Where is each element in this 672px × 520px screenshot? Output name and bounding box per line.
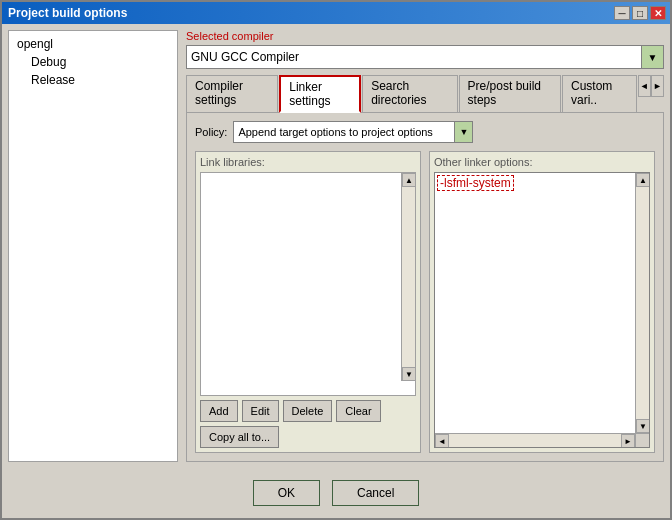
main-window: Project build options ─ □ ✕ opengl Debug…: [0, 0, 672, 520]
tab-search-directories[interactable]: Search directories: [362, 75, 457, 112]
scroll-up-button[interactable]: ▲: [402, 173, 416, 187]
sidebar-item-label: Release: [31, 73, 75, 87]
options-scroll-left-button[interactable]: ◄: [435, 434, 449, 448]
options-scroll-track: [636, 187, 649, 419]
policy-dropdown-button[interactable]: ▼: [454, 122, 472, 142]
panels-row: Link libraries: ▲ ▼ Add Edit Delete: [195, 151, 655, 453]
compiler-dropdown-button[interactable]: ▼: [641, 46, 663, 68]
sidebar-item-label: Debug: [31, 55, 66, 69]
edit-button[interactable]: Edit: [242, 400, 279, 422]
sidebar-item-release[interactable]: Release: [13, 71, 173, 89]
scroll-track: [402, 187, 415, 367]
selected-compiler-label: Selected compiler: [186, 30, 664, 42]
other-options-label: Other linker options:: [434, 156, 650, 168]
sidebar-item-opengl[interactable]: opengl: [13, 35, 173, 53]
options-scrollbar-h: ◄ ►: [435, 433, 635, 447]
options-textbox-inner: -lsfml-system: [437, 175, 647, 445]
other-options-textbox[interactable]: -lsfml-system ▲ ▼ ◄ ►: [434, 172, 650, 448]
policy-label: Policy:: [195, 126, 227, 138]
tab-linker-settings[interactable]: Linker settings: [279, 75, 361, 113]
window-body: opengl Debug Release Selected compiler ▼: [2, 24, 670, 468]
copy-all-button[interactable]: Copy all to...: [200, 426, 279, 448]
title-bar: Project build options ─ □ ✕: [2, 2, 670, 24]
options-scrollbar-v: ▲ ▼: [635, 173, 649, 433]
policy-row: Policy: Append target options to project…: [195, 121, 655, 143]
tab-prev-button[interactable]: ◄: [638, 75, 651, 97]
sidebar: opengl Debug Release: [8, 30, 178, 462]
options-scroll-right-button[interactable]: ►: [621, 434, 635, 448]
tab-content: Policy: Append target options to project…: [186, 113, 664, 462]
delete-button[interactable]: Delete: [283, 400, 333, 422]
other-options-panel: Other linker options: -lsfml-system ▲ ▼: [429, 151, 655, 453]
sidebar-item-label: opengl: [17, 37, 53, 51]
link-libraries-label: Link libraries:: [200, 156, 416, 168]
maximize-button[interactable]: □: [632, 6, 648, 20]
compiler-row: ▼: [186, 45, 664, 69]
tab-compiler-settings[interactable]: Compiler settings: [186, 75, 278, 112]
add-button[interactable]: Add: [200, 400, 238, 422]
options-scroll-up-button[interactable]: ▲: [636, 173, 650, 187]
title-bar-buttons: ─ □ ✕: [614, 6, 666, 20]
tab-prepost-build[interactable]: Pre/post build steps: [459, 75, 561, 112]
copy-all-row: Copy all to...: [200, 426, 416, 448]
policy-select[interactable]: Append target options to project options: [234, 122, 454, 142]
tab-custom-vari[interactable]: Custom vari..: [562, 75, 637, 112]
policy-select-wrap: Append target options to project options…: [233, 121, 473, 143]
sidebar-item-debug[interactable]: Debug: [13, 53, 173, 71]
options-scroll-down-button[interactable]: ▼: [636, 419, 650, 433]
footer: OK Cancel: [2, 468, 670, 518]
close-button[interactable]: ✕: [650, 6, 666, 20]
window-title: Project build options: [6, 6, 127, 20]
tab-next-button[interactable]: ►: [651, 75, 664, 97]
options-scroll-h-track: [449, 434, 621, 447]
panel-buttons: Add Edit Delete Clear: [200, 400, 416, 422]
compiler-select[interactable]: [187, 46, 641, 68]
cancel-button[interactable]: Cancel: [332, 480, 419, 506]
minimize-button[interactable]: ─: [614, 6, 630, 20]
tabs-row: Compiler settings Linker settings Search…: [186, 75, 664, 113]
ok-button[interactable]: OK: [253, 480, 320, 506]
scrollbar-corner: [635, 433, 649, 447]
link-libraries-scrollbar-v: ▲ ▼: [401, 173, 415, 381]
options-value: -lsfml-system: [437, 175, 514, 191]
main-panel: Selected compiler ▼ Compiler settings Li…: [178, 30, 664, 462]
link-libraries-listbox[interactable]: ▲ ▼: [200, 172, 416, 396]
scroll-down-button[interactable]: ▼: [402, 367, 416, 381]
compiler-select-wrap: ▼: [186, 45, 664, 69]
clear-button[interactable]: Clear: [336, 400, 380, 422]
link-libraries-panel: Link libraries: ▲ ▼ Add Edit Delete: [195, 151, 421, 453]
